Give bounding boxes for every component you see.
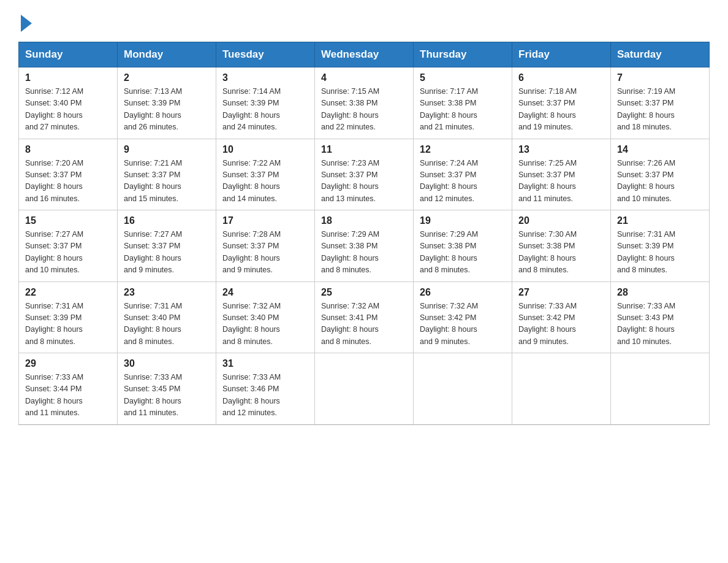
calendar-cell: 5Sunrise: 7:17 AMSunset: 3:38 PMDaylight… <box>414 67 512 139</box>
day-number: 16 <box>124 215 210 226</box>
day-info: Sunrise: 7:33 AMSunset: 3:43 PMDaylight:… <box>617 301 703 348</box>
day-info: Sunrise: 7:29 AMSunset: 3:38 PMDaylight:… <box>321 229 407 277</box>
day-number: 7 <box>617 72 703 83</box>
calendar-cell: 25Sunrise: 7:32 AMSunset: 3:41 PMDayligh… <box>315 282 414 353</box>
page-header <box>18 12 710 29</box>
day-number: 9 <box>124 144 210 155</box>
calendar-cell: 7Sunrise: 7:19 AMSunset: 3:37 PMDaylight… <box>611 67 710 139</box>
calendar-cell: 3Sunrise: 7:14 AMSunset: 3:39 PMDaylight… <box>216 67 315 139</box>
day-info: Sunrise: 7:28 AMSunset: 3:37 PMDaylight:… <box>222 229 308 277</box>
day-number: 14 <box>617 144 703 155</box>
day-info: Sunrise: 7:24 AMSunset: 3:37 PMDaylight:… <box>420 158 506 205</box>
weekday-header-thursday: Thursday <box>414 42 512 67</box>
day-number: 11 <box>321 144 407 155</box>
calendar-cell: 10Sunrise: 7:22 AMSunset: 3:37 PMDayligh… <box>216 139 315 210</box>
calendar-cell <box>512 353 611 425</box>
day-number: 5 <box>420 72 506 83</box>
calendar-cell <box>611 353 710 425</box>
day-info: Sunrise: 7:32 AMSunset: 3:40 PMDaylight:… <box>222 301 308 348</box>
day-number: 27 <box>518 287 604 298</box>
weekday-header-friday: Friday <box>512 42 611 67</box>
day-number: 23 <box>124 287 210 298</box>
calendar-week-row: 8Sunrise: 7:20 AMSunset: 3:37 PMDaylight… <box>19 139 710 210</box>
calendar-header-row: SundayMondayTuesdayWednesdayThursdayFrid… <box>19 42 710 67</box>
calendar-cell: 27Sunrise: 7:33 AMSunset: 3:42 PMDayligh… <box>512 282 611 353</box>
day-number: 12 <box>420 144 506 155</box>
calendar-cell: 17Sunrise: 7:28 AMSunset: 3:37 PMDayligh… <box>216 210 315 282</box>
calendar-cell: 26Sunrise: 7:32 AMSunset: 3:42 PMDayligh… <box>414 282 512 353</box>
day-info: Sunrise: 7:25 AMSunset: 3:37 PMDaylight:… <box>518 158 604 205</box>
day-info: Sunrise: 7:33 AMSunset: 3:46 PMDaylight:… <box>222 372 308 419</box>
day-info: Sunrise: 7:19 AMSunset: 3:37 PMDaylight:… <box>617 86 703 134</box>
day-number: 17 <box>222 215 308 226</box>
day-info: Sunrise: 7:15 AMSunset: 3:38 PMDaylight:… <box>321 86 407 134</box>
calendar-cell: 21Sunrise: 7:31 AMSunset: 3:39 PMDayligh… <box>611 210 710 282</box>
day-info: Sunrise: 7:12 AMSunset: 3:40 PMDaylight:… <box>25 86 111 134</box>
day-number: 25 <box>321 287 407 298</box>
day-number: 4 <box>321 72 407 83</box>
weekday-header-saturday: Saturday <box>611 42 710 67</box>
weekday-header-sunday: Sunday <box>19 42 118 67</box>
day-info: Sunrise: 7:23 AMSunset: 3:37 PMDaylight:… <box>321 158 407 205</box>
weekday-header-wednesday: Wednesday <box>315 42 414 67</box>
calendar-table: SundayMondayTuesdayWednesdayThursdayFrid… <box>18 42 710 425</box>
day-number: 24 <box>222 287 308 298</box>
day-number: 1 <box>25 72 111 83</box>
day-info: Sunrise: 7:29 AMSunset: 3:38 PMDaylight:… <box>420 229 506 277</box>
calendar-cell: 4Sunrise: 7:15 AMSunset: 3:38 PMDaylight… <box>315 67 414 139</box>
calendar-cell: 19Sunrise: 7:29 AMSunset: 3:38 PMDayligh… <box>414 210 512 282</box>
calendar-cell: 8Sunrise: 7:20 AMSunset: 3:37 PMDaylight… <box>19 139 118 210</box>
calendar-cell <box>414 353 512 425</box>
calendar-cell: 29Sunrise: 7:33 AMSunset: 3:44 PMDayligh… <box>19 353 118 425</box>
calendar-cell: 18Sunrise: 7:29 AMSunset: 3:38 PMDayligh… <box>315 210 414 282</box>
day-info: Sunrise: 7:14 AMSunset: 3:39 PMDaylight:… <box>222 86 308 134</box>
day-info: Sunrise: 7:20 AMSunset: 3:37 PMDaylight:… <box>25 158 111 205</box>
calendar-cell: 9Sunrise: 7:21 AMSunset: 3:37 PMDaylight… <box>118 139 216 210</box>
day-number: 22 <box>25 287 111 298</box>
day-info: Sunrise: 7:31 AMSunset: 3:40 PMDaylight:… <box>124 301 210 348</box>
calendar-cell: 20Sunrise: 7:30 AMSunset: 3:38 PMDayligh… <box>512 210 611 282</box>
calendar-cell: 22Sunrise: 7:31 AMSunset: 3:39 PMDayligh… <box>19 282 118 353</box>
day-number: 30 <box>124 358 210 369</box>
day-number: 29 <box>25 358 111 369</box>
calendar-cell: 15Sunrise: 7:27 AMSunset: 3:37 PMDayligh… <box>19 210 118 282</box>
day-number: 3 <box>222 72 308 83</box>
logo <box>18 12 32 29</box>
day-number: 20 <box>518 215 604 226</box>
day-info: Sunrise: 7:17 AMSunset: 3:38 PMDaylight:… <box>420 86 506 134</box>
day-info: Sunrise: 7:31 AMSunset: 3:39 PMDaylight:… <box>617 229 703 277</box>
day-info: Sunrise: 7:32 AMSunset: 3:42 PMDaylight:… <box>420 301 506 348</box>
calendar-cell: 13Sunrise: 7:25 AMSunset: 3:37 PMDayligh… <box>512 139 611 210</box>
calendar-week-row: 15Sunrise: 7:27 AMSunset: 3:37 PMDayligh… <box>19 210 710 282</box>
day-info: Sunrise: 7:13 AMSunset: 3:39 PMDaylight:… <box>124 86 210 134</box>
calendar-cell <box>315 353 414 425</box>
calendar-cell: 23Sunrise: 7:31 AMSunset: 3:40 PMDayligh… <box>118 282 216 353</box>
day-info: Sunrise: 7:33 AMSunset: 3:42 PMDaylight:… <box>518 301 604 348</box>
day-number: 6 <box>518 72 604 83</box>
day-number: 19 <box>420 215 506 226</box>
day-number: 31 <box>222 358 308 369</box>
day-info: Sunrise: 7:18 AMSunset: 3:37 PMDaylight:… <box>518 86 604 134</box>
day-number: 21 <box>617 215 703 226</box>
day-info: Sunrise: 7:33 AMSunset: 3:44 PMDaylight:… <box>25 372 111 419</box>
day-number: 13 <box>518 144 604 155</box>
day-number: 8 <box>25 144 111 155</box>
day-info: Sunrise: 7:27 AMSunset: 3:37 PMDaylight:… <box>25 229 111 277</box>
calendar-cell: 16Sunrise: 7:27 AMSunset: 3:37 PMDayligh… <box>118 210 216 282</box>
day-info: Sunrise: 7:21 AMSunset: 3:37 PMDaylight:… <box>124 158 210 205</box>
day-number: 26 <box>420 287 506 298</box>
calendar-week-row: 29Sunrise: 7:33 AMSunset: 3:44 PMDayligh… <box>19 353 710 425</box>
day-number: 18 <box>321 215 407 226</box>
weekday-header-tuesday: Tuesday <box>216 42 315 67</box>
day-number: 10 <box>222 144 308 155</box>
day-number: 28 <box>617 287 703 298</box>
calendar-cell: 2Sunrise: 7:13 AMSunset: 3:39 PMDaylight… <box>118 67 216 139</box>
calendar-cell: 14Sunrise: 7:26 AMSunset: 3:37 PMDayligh… <box>611 139 710 210</box>
day-info: Sunrise: 7:26 AMSunset: 3:37 PMDaylight:… <box>617 158 703 205</box>
day-number: 15 <box>25 215 111 226</box>
calendar-cell: 28Sunrise: 7:33 AMSunset: 3:43 PMDayligh… <box>611 282 710 353</box>
day-info: Sunrise: 7:32 AMSunset: 3:41 PMDaylight:… <box>321 301 407 348</box>
calendar-cell: 31Sunrise: 7:33 AMSunset: 3:46 PMDayligh… <box>216 353 315 425</box>
day-info: Sunrise: 7:30 AMSunset: 3:38 PMDaylight:… <box>518 229 604 277</box>
day-info: Sunrise: 7:27 AMSunset: 3:37 PMDaylight:… <box>124 229 210 277</box>
